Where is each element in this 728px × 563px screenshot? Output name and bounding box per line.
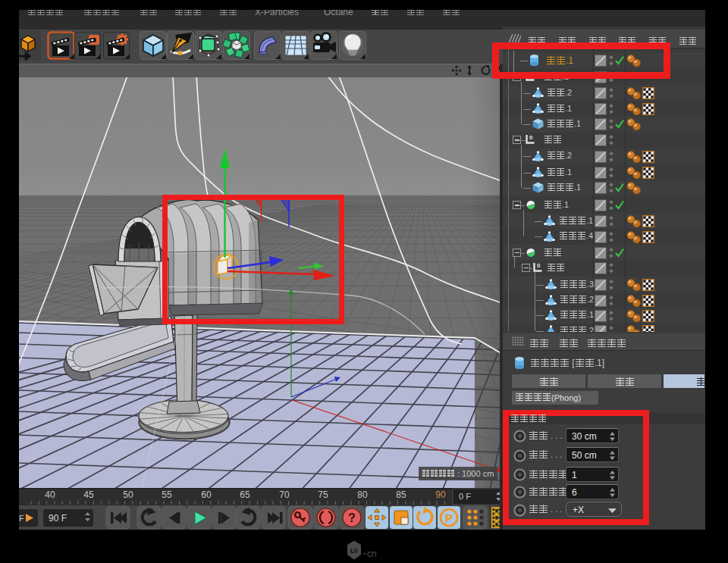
svg-text:UI: UI [350,546,359,555]
svg-text:cn: cn [367,549,377,559]
svg-text:65: 65 [240,489,250,500]
svg-text:90: 90 [435,489,446,500]
svg-text:45: 45 [83,489,94,500]
svg-text:70: 70 [279,489,290,500]
svg-text:80: 80 [357,489,368,500]
svg-text:: 1000 cm: : 1000 cm [457,469,494,478]
svg-text:75: 75 [318,489,328,500]
svg-text:60: 60 [201,489,212,500]
svg-text:0: 0 [529,134,533,141]
svg-text:90 F: 90 F [49,513,67,524]
svg-text:50: 50 [123,489,133,500]
svg-text:0: 0 [537,262,541,269]
svg-text:40: 40 [45,489,55,500]
svg-text:55: 55 [162,489,172,500]
svg-text:F: F [19,514,24,523]
svg-text:0 F: 0 F [459,492,471,501]
svg-text:P: P [445,511,453,524]
svg-text:?: ? [348,511,356,524]
svg-text:85: 85 [396,489,406,500]
